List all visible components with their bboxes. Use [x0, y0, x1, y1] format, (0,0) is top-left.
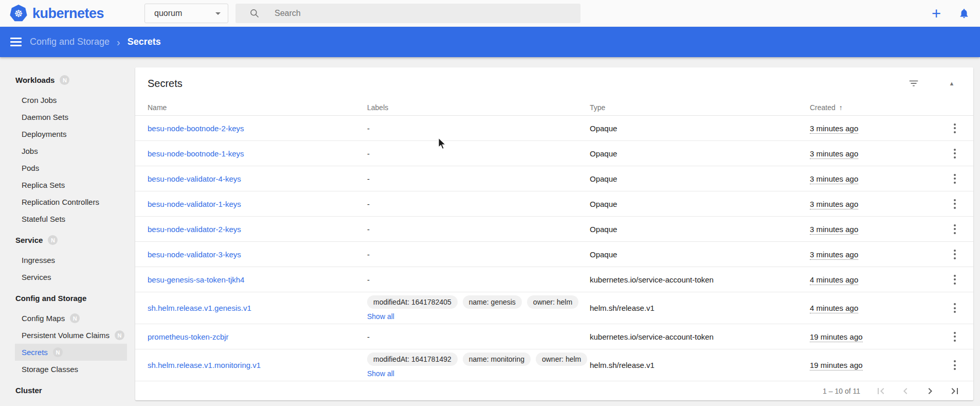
secret-name-link[interactable]: besu-node-validator-2-keys [148, 225, 241, 234]
next-page-button[interactable] [918, 382, 942, 400]
secret-name-link[interactable]: sh.helm.release.v1.genesis.v1 [148, 304, 251, 312]
sidebar-item-label: Stateful Sets [22, 215, 65, 223]
labels-cell: - [367, 124, 590, 133]
sidebar-item-cluster-role-bindings[interactable]: Cluster Role Bindings [15, 402, 127, 406]
label-chip: owner: helm [527, 295, 578, 309]
sidebar-item-config-maps[interactable]: Config MapsN [15, 310, 127, 327]
new-badge: N [53, 347, 63, 357]
secret-name-link[interactable]: sh.helm.release.v1.monitoring.v1 [148, 361, 261, 369]
created-time: 19 minutes ago [810, 361, 863, 370]
secret-name-link[interactable]: besu-node-bootnode-1-keys [148, 149, 244, 158]
secret-type: Opaque [590, 250, 810, 259]
created-time: 4 minutes ago [810, 304, 858, 313]
sidebar-item-storage-classes[interactable]: Storage Classes [15, 361, 127, 378]
secret-type: kubernetes.io/service-account-token [590, 275, 810, 284]
sidebar-item-label: Replication Controllers [22, 198, 99, 206]
row-menu-button[interactable] [949, 169, 961, 188]
sidebar-item-label: Services [22, 273, 51, 281]
show-all-link[interactable]: Show all [367, 312, 394, 321]
labels-empty: - [367, 124, 370, 133]
kebab-menu-icon [954, 303, 956, 305]
last-page-button[interactable] [942, 382, 967, 400]
notifications-button[interactable] [958, 4, 970, 23]
sidebar-section-workloads[interactable]: WorkloadsN [0, 72, 135, 89]
namespace-selector[interactable]: quorum [144, 4, 228, 23]
breadcrumb-parent[interactable]: Config and Storage [30, 37, 110, 47]
first-page-button[interactable] [868, 382, 893, 400]
sidebar-item-label: Ingresses [22, 256, 55, 264]
sidebar-item-stateful-sets[interactable]: Stateful Sets [15, 210, 127, 227]
search-bar[interactable] [235, 4, 580, 23]
labels-empty: - [367, 149, 370, 158]
breadcrumb-bar: Config and Storage › Secrets [0, 27, 980, 57]
created-time: 3 minutes ago [810, 225, 858, 235]
secret-name-link[interactable]: besu-node-validator-4-keys [148, 174, 241, 183]
secret-type: helm.sh/release.v1 [590, 304, 810, 312]
sidebar-item-daemon-sets[interactable]: Daemon Sets [15, 109, 127, 126]
row-menu-button[interactable] [949, 220, 961, 238]
sidebar-item-secrets[interactable]: SecretsN [15, 344, 127, 361]
collapse-card-button[interactable]: ▲ [946, 77, 958, 90]
label-chip: name: monitoring [463, 352, 531, 366]
sidebar-item-services[interactable]: Services [15, 269, 127, 286]
sidebar-item-label: Secrets [22, 348, 48, 357]
top-actions: + [930, 0, 970, 27]
row-menu-button[interactable] [949, 270, 961, 289]
labels-cell: - [367, 200, 590, 208]
secret-name-link[interactable]: besu-genesis-sa-token-tjkh4 [148, 275, 244, 284]
sidebar-section-cluster[interactable]: Cluster [0, 382, 135, 399]
sidebar-item-cron-jobs[interactable]: Cron Jobs [15, 92, 127, 109]
row-menu-button[interactable] [949, 356, 961, 375]
row-menu-button[interactable] [949, 119, 961, 137]
secret-name-link[interactable]: prometheus-token-zcbjr [148, 332, 229, 341]
filter-button[interactable] [908, 77, 920, 90]
breadcrumb: Config and Storage › Secrets [30, 37, 161, 47]
new-badge: N [48, 235, 58, 245]
sidebar-item-ingresses[interactable]: Ingresses [15, 252, 127, 269]
sidebar-item-label: Config Maps [22, 314, 65, 323]
sidebar-item-persistent-volume-claims[interactable]: Persistent Volume ClaimsN [15, 327, 127, 344]
created-time: 3 minutes ago [810, 149, 858, 159]
brand[interactable]: ☸ kubernetes [9, 0, 104, 27]
sidebar-section-config-and-storage[interactable]: Config and Storage [0, 290, 135, 307]
pagination-range: 1 – 10 of 11 [823, 387, 860, 395]
menu-button[interactable] [10, 38, 23, 46]
secret-type: kubernetes.io/service-account-token [590, 332, 810, 341]
kebab-menu-icon [954, 332, 956, 334]
first-page-icon [875, 385, 887, 397]
previous-page-icon [899, 385, 912, 397]
kebab-menu-icon [954, 360, 956, 362]
row-menu-button[interactable] [949, 245, 961, 263]
sidebar-item-jobs[interactable]: Jobs [15, 143, 127, 160]
previous-page-button[interactable] [893, 382, 918, 400]
hamburger-icon [10, 38, 22, 39]
show-all-link[interactable]: Show all [367, 369, 394, 378]
secret-name-link[interactable]: besu-node-validator-1-keys [148, 200, 241, 208]
row-menu-button[interactable] [949, 144, 961, 163]
secrets-card: Secrets ▲ Name Labels Type [135, 67, 973, 400]
caret-up-icon: ▲ [949, 80, 955, 86]
card-header: Secrets ▲ [135, 67, 973, 99]
column-header-created[interactable]: Created ↑ [810, 103, 949, 112]
sidebar-item-deployments[interactable]: Deployments [15, 126, 127, 143]
row-menu-button[interactable] [949, 327, 961, 346]
create-resource-button[interactable]: + [930, 4, 942, 23]
search-input[interactable] [275, 9, 580, 18]
sidebar-item-replica-sets[interactable]: Replica Sets [15, 176, 127, 193]
row-menu-button[interactable] [949, 299, 961, 317]
created-time: 3 minutes ago [810, 174, 858, 184]
row-menu-button[interactable] [949, 195, 961, 213]
secret-name-link[interactable]: besu-node-validator-3-keys [148, 250, 241, 259]
created-time: 3 minutes ago [810, 124, 858, 134]
secret-type: helm.sh/release.v1 [590, 361, 810, 369]
sidebar-item-pods[interactable]: Pods [15, 160, 127, 176]
sidebar-item-replication-controllers[interactable]: Replication Controllers [15, 193, 127, 210]
column-header-name[interactable]: Name [148, 103, 367, 112]
filter-list-icon [908, 78, 919, 89]
sidebar-section-service[interactable]: ServiceN [0, 232, 135, 249]
search-icon [249, 8, 260, 19]
table-row: besu-node-validator-4-keys-Opaque3 minut… [135, 166, 973, 191]
card-title: Secrets [148, 78, 183, 90]
table-row: prometheus-token-zcbjr-kubernetes.io/ser… [135, 324, 973, 349]
secret-name-link[interactable]: besu-node-bootnode-2-keys [148, 124, 244, 133]
